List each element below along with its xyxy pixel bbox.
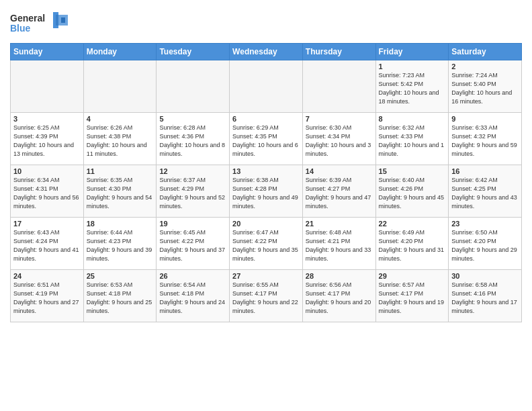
calendar-cell: 12Sunrise: 6:37 AM Sunset: 4:29 PM Dayli… bbox=[157, 165, 230, 218]
logo-svg: General Blue bbox=[10, 9, 71, 36]
day-number: 27 bbox=[232, 272, 300, 280]
col-header-tuesday: Tuesday bbox=[157, 44, 230, 60]
day-info: Sunrise: 7:23 AM Sunset: 5:42 PM Dayligh… bbox=[379, 71, 446, 106]
day-info: Sunrise: 6:54 AM Sunset: 4:18 PM Dayligh… bbox=[159, 281, 226, 316]
day-number: 22 bbox=[379, 220, 446, 228]
day-number: 19 bbox=[159, 220, 226, 228]
calendar-cell bbox=[11, 60, 84, 113]
day-info: Sunrise: 6:47 AM Sunset: 4:22 PM Dayligh… bbox=[232, 228, 300, 263]
day-info: Sunrise: 6:57 AM Sunset: 4:17 PM Dayligh… bbox=[379, 281, 446, 316]
day-info: Sunrise: 6:28 AM Sunset: 4:36 PM Dayligh… bbox=[159, 124, 226, 158]
day-info: Sunrise: 6:50 AM Sunset: 4:20 PM Dayligh… bbox=[451, 228, 519, 263]
calendar-cell: 4Sunrise: 6:26 AM Sunset: 4:38 PM Daylig… bbox=[83, 113, 157, 165]
day-info: Sunrise: 6:32 AM Sunset: 4:33 PM Dayligh… bbox=[379, 124, 446, 158]
day-info: Sunrise: 6:55 AM Sunset: 4:17 PM Dayligh… bbox=[232, 281, 300, 316]
day-info: Sunrise: 6:43 AM Sunset: 4:24 PM Dayligh… bbox=[13, 228, 81, 263]
calendar-week-5: 24Sunrise: 6:51 AM Sunset: 4:19 PM Dayli… bbox=[11, 270, 522, 322]
day-number: 18 bbox=[87, 220, 154, 228]
day-info: Sunrise: 6:39 AM Sunset: 4:27 PM Dayligh… bbox=[306, 176, 373, 211]
calendar-cell: 8Sunrise: 6:32 AM Sunset: 4:33 PM Daylig… bbox=[375, 113, 449, 165]
day-info: Sunrise: 6:26 AM Sunset: 4:38 PM Dayligh… bbox=[87, 124, 154, 158]
day-number: 11 bbox=[87, 167, 154, 175]
calendar-cell: 28Sunrise: 6:56 AM Sunset: 4:17 PM Dayli… bbox=[302, 270, 375, 322]
col-header-sunday: Sunday bbox=[11, 44, 84, 60]
svg-text:General: General bbox=[10, 13, 45, 24]
calendar-cell: 16Sunrise: 6:42 AM Sunset: 4:25 PM Dayli… bbox=[449, 165, 522, 218]
day-number: 15 bbox=[379, 167, 446, 175]
day-info: Sunrise: 6:53 AM Sunset: 4:18 PM Dayligh… bbox=[87, 281, 154, 316]
day-info: Sunrise: 6:33 AM Sunset: 4:32 PM Dayligh… bbox=[451, 124, 519, 158]
day-number: 12 bbox=[159, 167, 226, 175]
day-number: 23 bbox=[451, 220, 519, 228]
day-number: 30 bbox=[451, 272, 519, 280]
day-info: Sunrise: 6:56 AM Sunset: 4:17 PM Dayligh… bbox=[306, 281, 373, 316]
calendar-week-4: 17Sunrise: 6:43 AM Sunset: 4:24 PM Dayli… bbox=[11, 218, 522, 270]
calendar-cell: 29Sunrise: 6:57 AM Sunset: 4:17 PM Dayli… bbox=[375, 270, 449, 322]
day-info: Sunrise: 6:35 AM Sunset: 4:30 PM Dayligh… bbox=[87, 176, 154, 211]
calendar-cell bbox=[83, 60, 157, 113]
day-info: Sunrise: 6:45 AM Sunset: 4:22 PM Dayligh… bbox=[159, 228, 226, 263]
day-number: 2 bbox=[451, 62, 519, 71]
calendar-cell: 13Sunrise: 6:38 AM Sunset: 4:28 PM Dayli… bbox=[230, 165, 303, 218]
svg-marker-5 bbox=[56, 15, 58, 26]
calendar-week-2: 3Sunrise: 6:25 AM Sunset: 4:39 PM Daylig… bbox=[11, 113, 522, 165]
calendar-cell bbox=[157, 60, 230, 113]
day-info: Sunrise: 6:40 AM Sunset: 4:26 PM Dayligh… bbox=[379, 176, 446, 211]
svg-marker-3 bbox=[61, 17, 65, 23]
day-number: 21 bbox=[306, 220, 373, 228]
day-number: 3 bbox=[13, 115, 81, 123]
day-number: 10 bbox=[13, 167, 81, 175]
calendar-cell: 1Sunrise: 7:23 AM Sunset: 5:42 PM Daylig… bbox=[375, 60, 449, 113]
col-header-saturday: Saturday bbox=[449, 44, 522, 60]
day-number: 25 bbox=[87, 272, 154, 280]
day-number: 7 bbox=[306, 115, 373, 123]
day-info: Sunrise: 6:58 AM Sunset: 4:16 PM Dayligh… bbox=[451, 281, 519, 316]
calendar-cell: 14Sunrise: 6:39 AM Sunset: 4:27 PM Dayli… bbox=[302, 165, 375, 218]
col-header-friday: Friday bbox=[375, 44, 449, 60]
day-number: 26 bbox=[159, 272, 226, 280]
page-container: General Blue SundayMondayTuesdayWednesda… bbox=[0, 0, 532, 328]
day-number: 20 bbox=[232, 220, 300, 228]
calendar-cell: 26Sunrise: 6:54 AM Sunset: 4:18 PM Dayli… bbox=[157, 270, 230, 322]
calendar-cell: 2Sunrise: 7:24 AM Sunset: 5:40 PM Daylig… bbox=[449, 60, 522, 113]
calendar-table: SundayMondayTuesdayWednesdayThursdayFrid… bbox=[10, 43, 522, 322]
day-info: Sunrise: 6:37 AM Sunset: 4:29 PM Dayligh… bbox=[159, 176, 226, 211]
day-info: Sunrise: 6:29 AM Sunset: 4:35 PM Dayligh… bbox=[232, 124, 300, 158]
day-info: Sunrise: 6:38 AM Sunset: 4:28 PM Dayligh… bbox=[232, 176, 300, 211]
calendar-cell: 5Sunrise: 6:28 AM Sunset: 4:36 PM Daylig… bbox=[157, 113, 230, 165]
calendar-cell: 27Sunrise: 6:55 AM Sunset: 4:17 PM Dayli… bbox=[230, 270, 303, 322]
calendar-cell: 11Sunrise: 6:35 AM Sunset: 4:30 PM Dayli… bbox=[83, 165, 157, 218]
day-number: 28 bbox=[306, 272, 373, 280]
calendar-cell: 18Sunrise: 6:44 AM Sunset: 4:23 PM Dayli… bbox=[83, 218, 157, 270]
day-number: 5 bbox=[159, 115, 226, 123]
day-number: 6 bbox=[232, 115, 300, 123]
day-number: 16 bbox=[451, 167, 519, 175]
logo: General Blue bbox=[10, 9, 71, 39]
day-info: Sunrise: 6:51 AM Sunset: 4:19 PM Dayligh… bbox=[13, 281, 81, 316]
col-header-wednesday: Wednesday bbox=[230, 44, 303, 60]
calendar-cell: 19Sunrise: 6:45 AM Sunset: 4:22 PM Dayli… bbox=[157, 218, 230, 270]
calendar-cell: 3Sunrise: 6:25 AM Sunset: 4:39 PM Daylig… bbox=[11, 113, 84, 165]
calendar-cell: 20Sunrise: 6:47 AM Sunset: 4:22 PM Dayli… bbox=[230, 218, 303, 270]
logo-content: General Blue bbox=[10, 9, 71, 39]
day-info: Sunrise: 6:44 AM Sunset: 4:23 PM Dayligh… bbox=[87, 228, 154, 263]
calendar-cell: 22Sunrise: 6:49 AM Sunset: 4:20 PM Dayli… bbox=[375, 218, 449, 270]
calendar-cell bbox=[302, 60, 375, 113]
day-number: 13 bbox=[232, 167, 300, 175]
day-info: Sunrise: 6:34 AM Sunset: 4:31 PM Dayligh… bbox=[13, 176, 81, 211]
calendar-cell: 25Sunrise: 6:53 AM Sunset: 4:18 PM Dayli… bbox=[83, 270, 157, 322]
calendar-cell: 30Sunrise: 6:58 AM Sunset: 4:16 PM Dayli… bbox=[449, 270, 522, 322]
col-header-thursday: Thursday bbox=[302, 44, 375, 60]
calendar-cell: 9Sunrise: 6:33 AM Sunset: 4:32 PM Daylig… bbox=[449, 113, 522, 165]
day-number: 9 bbox=[451, 115, 519, 123]
day-number: 24 bbox=[13, 272, 81, 280]
day-number: 1 bbox=[379, 62, 446, 71]
calendar-cell: 21Sunrise: 6:48 AM Sunset: 4:21 PM Dayli… bbox=[302, 218, 375, 270]
calendar-cell: 7Sunrise: 6:30 AM Sunset: 4:34 PM Daylig… bbox=[302, 113, 375, 165]
calendar-cell: 17Sunrise: 6:43 AM Sunset: 4:24 PM Dayli… bbox=[11, 218, 84, 270]
svg-text:Blue: Blue bbox=[10, 23, 31, 34]
calendar-cell bbox=[230, 60, 303, 113]
calendar-cell: 23Sunrise: 6:50 AM Sunset: 4:20 PM Dayli… bbox=[449, 218, 522, 270]
day-number: 8 bbox=[379, 115, 446, 123]
day-info: Sunrise: 6:42 AM Sunset: 4:25 PM Dayligh… bbox=[451, 176, 519, 211]
